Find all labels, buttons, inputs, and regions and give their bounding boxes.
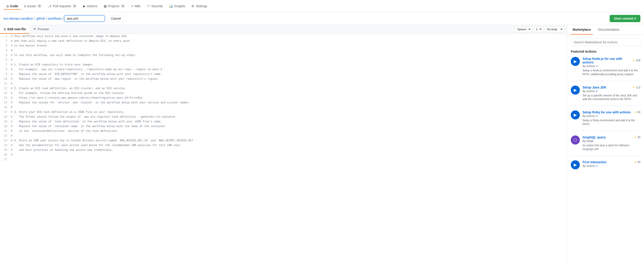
tab-edit-new-file[interactable]: ◇ Edit new file — [0, 25, 30, 34]
action-name[interactable]: First interaction — [582, 160, 606, 164]
line-number: 21 — [0, 129, 11, 133]
action-icon: ⬡ — [571, 135, 580, 145]
line-content: # Replace the value of `container-name` … — [11, 124, 567, 129]
line-content: # 4. Store an IAM user access key in Git… — [11, 138, 567, 143]
top-nav: ◇ Code ℹ Issues 0 ⎇ Pull requests 0 ▶ Ac… — [0, 0, 644, 12]
line-number: 16 — [0, 105, 11, 110]
breadcrumb-workflows[interactable]: workflows — [48, 17, 62, 20]
action-description: Setup a Node.js environment and add it t… — [582, 69, 640, 76]
line-content: # https://us-east-2.console.aws.amazon.c… — [11, 95, 567, 100]
nav-label-settings: Settings — [196, 4, 207, 8]
nav-label-security: Security — [152, 4, 163, 8]
line-number: 3 — [0, 43, 11, 48]
wrap-select[interactable]: No wrap Soft wrap — [545, 27, 564, 32]
table-row: 14# https://us-east-2.console.aws.amazon… — [0, 95, 567, 100]
star-icon: ★ — [634, 111, 636, 114]
line-content: # For example, follow the Getting Starte… — [11, 91, 567, 95]
nav-item-insights[interactable]: 📊 Insights — [166, 2, 188, 10]
nav-item-settings[interactable]: ⚙ Settings — [189, 2, 210, 10]
table-row: 27 — [0, 157, 567, 162]
action-name[interactable]: GraphQL query — [582, 135, 606, 139]
table-row: 8# For example: `aws ecr create-reposito… — [0, 67, 567, 72]
star-icon: ★ — [632, 59, 635, 62]
list-item[interactable]: ▶ Setup Java JDK ★ 112 By actions ✔ Set … — [571, 86, 640, 106]
action-header: First interaction ★ 29 — [582, 160, 640, 164]
line-number: 26 — [0, 152, 11, 157]
table-row: 21# in the `containerDefinitions` sectio… — [0, 129, 567, 133]
breadcrumb-repo[interactable]: ecs-devops-sandbox — [4, 17, 33, 20]
line-content: # 1. Create an ECR repository to store y… — [11, 62, 567, 67]
table-row: 12# 2. Create an ECS task definition, an… — [0, 86, 567, 91]
line-content: # Replace the value of `task-definition`… — [11, 119, 567, 124]
verified-badge: ✔ — [596, 65, 598, 68]
list-item[interactable]: ⬡ GraphQL query ★ 30 By helaili An actio… — [571, 135, 640, 156]
indent-select[interactable]: 2 4 8 — [534, 27, 543, 32]
action-body: GraphQL query ★ 30 By helaili An action … — [582, 135, 640, 151]
line-number: 14 — [0, 95, 11, 100]
breadcrumb-github[interactable]: .github — [36, 17, 45, 20]
editor-tabs: ◇ Edit new file 👁 Preview — [0, 25, 52, 34]
line-number: 5 — [0, 53, 11, 58]
table-row: 15# Replace the values for `service` and… — [0, 100, 567, 105]
pull-requests-icon: ⎇ — [48, 4, 52, 8]
breadcrumb-bar: ecs-devops-sandbox / .github / workflows… — [0, 12, 644, 25]
tab-marketplace[interactable]: Marketplace — [571, 25, 593, 34]
nav-item-code[interactable]: ◇ Code — [4, 2, 21, 10]
list-item[interactable]: ▶ Setup Node.js for use with actions ★ 2… — [571, 57, 640, 81]
table-row: 6# — [0, 58, 567, 62]
cancel-button[interactable]: Cancel — [108, 15, 124, 22]
action-icon: ▶ — [571, 160, 580, 169]
nav-item-wiki[interactable]: ≡ Wiki — [128, 2, 143, 10]
nav-label-pull-requests: Pull requests — [53, 4, 71, 8]
table-row: 22# — [0, 133, 567, 138]
nav-item-issues[interactable]: ℹ Issues 0 — [22, 2, 44, 10]
table-row: 16# — [0, 105, 567, 110]
line-number: 22 — [0, 133, 11, 138]
line-content: # — [11, 58, 567, 62]
line-number: 4 — [0, 48, 11, 53]
breadcrumb-sep-3: / — [62, 17, 63, 20]
nav-item-actions[interactable]: ▶ Actions — [80, 2, 100, 10]
table-row: 20# Replace the value of `container-name… — [0, 124, 567, 129]
search-marketplace-input[interactable] — [571, 38, 640, 46]
list-item[interactable]: ▶ First interaction ★ 29 By actions ✔ — [571, 160, 640, 174]
editor-controls: Spaces Tabs 2 4 8 No wrap Soft wrap — [512, 25, 567, 33]
line-content: # — [11, 105, 567, 110]
table-row: 24# See the documentation for each actio… — [0, 143, 567, 148]
list-item[interactable]: ▶ Setup Ruby for use with actions ★ 60 B… — [571, 110, 640, 131]
action-description: Setup a Ruby environment and add it to t… — [582, 119, 640, 126]
breadcrumb: ecs-devops-sandbox / .github / workflows… — [4, 15, 124, 22]
filename-input[interactable] — [64, 15, 105, 22]
line-content: # and then will deploy a new task defini… — [11, 39, 567, 43]
nav-item-security[interactable]: 🛡 Security — [144, 2, 166, 10]
action-name[interactable]: Setup Node.js for use with actions — [582, 57, 632, 64]
line-number: 24 — [0, 143, 11, 148]
table-row: 18# The format should follow the output … — [0, 114, 567, 119]
line-content: # — [11, 48, 567, 53]
nav-item-projects[interactable]: ▦ Projects 0 — [101, 2, 128, 10]
breadcrumb-sep-1: / — [34, 17, 34, 20]
pull-requests-badge: 0 — [72, 4, 77, 8]
action-stars: ★ 30 — [634, 136, 640, 139]
line-content: # 3. Store your ECS task definition as a… — [11, 110, 567, 114]
nav-item-pull-requests[interactable]: ⎇ Pull requests 0 — [45, 2, 80, 10]
table-row: 9# Replace the value of `ECR_REPOSITORY`… — [0, 72, 567, 76]
start-commit-button[interactable]: Start commit ▾ — [610, 15, 640, 22]
spaces-select[interactable]: Spaces Tabs — [515, 27, 532, 32]
line-number: 2 — [0, 39, 11, 43]
tab-preview[interactable]: 👁 Preview — [30, 25, 53, 34]
star-icon: ★ — [634, 161, 636, 164]
action-icon: ▶ — [571, 86, 580, 95]
line-content: # Replace the value of `aws-region` in t… — [11, 76, 567, 81]
line-number: 20 — [0, 124, 11, 129]
table-row: 26# — [0, 152, 567, 157]
action-name[interactable]: Setup Ruby for use with actions — [582, 110, 631, 114]
line-number: 25 — [0, 148, 11, 152]
line-number: 18 — [0, 114, 11, 119]
action-name[interactable]: Setup Java JDK — [582, 86, 606, 89]
line-number: 11 — [0, 81, 11, 86]
code-editor[interactable]: 1# This workflow will build and push a n… — [0, 34, 567, 261]
projects-badge: 0 — [121, 4, 125, 8]
tab-documentation[interactable]: Documentation — [596, 25, 621, 34]
settings-icon: ⚙ — [192, 4, 194, 8]
